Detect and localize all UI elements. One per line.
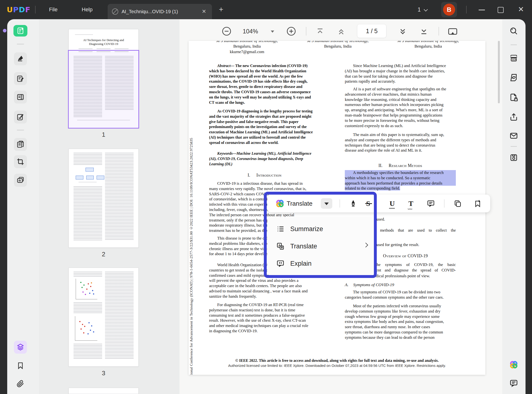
paper-line: muscle throbs. The COVID-19 causes an ad…: [209, 89, 320, 95]
account-button[interactable]: B: [441, 2, 457, 17]
sidebar-item-comment[interactable]: [14, 72, 27, 85]
decor: [75, 34, 93, 36]
scroll-to-top-button[interactable]: [315, 27, 325, 37]
underline-icon: U: [390, 199, 395, 208]
author-affiliation: M S Ramaiah Institute of Technology,: [295, 41, 381, 43]
titlebar-divider: [35, 6, 36, 13]
crop-icon: [17, 158, 24, 166]
decor: [92, 290, 93, 291]
ai-menu-item-explain[interactable]: Explain: [267, 255, 373, 272]
author-column: M S Ramaiah Institute of Technology, Ben…: [295, 41, 381, 49]
squiggly-underline-button[interactable]: T: [406, 195, 416, 212]
scroll-to-bottom-button[interactable]: [419, 27, 429, 37]
rs-item-search[interactable]: [509, 26, 519, 36]
paper-line: disease and explore the role of AI and M…: [345, 148, 456, 153]
maximize-button[interactable]: [494, 0, 507, 19]
sidebar-item-organize[interactable]: [14, 91, 27, 104]
thumbnail-page-number: 1: [68, 131, 139, 138]
author-city: Bengaluru, India: [204, 43, 290, 49]
rs-divider: [511, 44, 517, 45]
paper-block-rh2: II.Research Metods: [345, 163, 456, 168]
add-bookmark-button[interactable]: [472, 195, 483, 212]
sidebar-item-crop[interactable]: [14, 155, 27, 168]
document-tab[interactable]: AI_Techniqu...OVID-19 (1) ✕: [108, 4, 212, 19]
decor: [91, 325, 92, 326]
previous-page-button[interactable]: [336, 27, 346, 37]
paper-block-rl: A.Symptoms of COVID-19: [345, 282, 456, 287]
underline-button[interactable]: U: [387, 195, 397, 212]
sidebar-item-layers[interactable]: [14, 341, 27, 354]
decor: [82, 324, 83, 325]
sidebar-item-pages[interactable]: [14, 138, 27, 151]
window-count-dropdown[interactable]: 1: [418, 0, 427, 19]
paper-block-lg: For diagnosing the COVID-19 an RT-PCR (r…: [209, 302, 320, 334]
decor: [83, 332, 84, 333]
zoom-in-button[interactable]: [286, 26, 296, 36]
rs-item-share[interactable]: [509, 112, 519, 122]
comment-button[interactable]: [426, 195, 436, 212]
sidebar-item-attachment[interactable]: [14, 377, 27, 390]
page-number-input[interactable]: 1 / 5: [357, 24, 386, 38]
decor: [88, 283, 89, 284]
rs-item-mail[interactable]: [509, 131, 519, 141]
paper-line: sanitize the hands frequently.: [209, 294, 320, 299]
presentation-button[interactable]: [447, 26, 458, 37]
reader-icon: [17, 27, 24, 35]
new-tab-button[interactable]: +: [217, 5, 225, 14]
paper-line: many countries very rapidly. The novel c…: [209, 186, 320, 191]
paper-line: that can be used for taking decisions an…: [345, 74, 456, 79]
document-scrollbar[interactable]: [498, 41, 500, 103]
copy-button[interactable]: [452, 195, 463, 212]
rs-item-ocr[interactable]: OCR: [509, 53, 519, 63]
next-page-button[interactable]: [398, 27, 408, 37]
decor: [105, 272, 134, 359]
bookmark-add-icon: [474, 199, 482, 208]
ai-menu-item-translate[interactable]: A Translate: [267, 238, 373, 255]
menu-file[interactable]: File: [45, 0, 62, 19]
scroll-bottom-icon: [419, 27, 429, 37]
zoom-level[interactable]: 104%: [243, 28, 258, 35]
thumbnail-page-4[interactable]: [68, 388, 139, 394]
attachment-icon: [17, 380, 24, 388]
paper-line: polymerase chain reaction) test is done,…: [209, 308, 320, 313]
paper-line: within which it has to be conducted. So …: [345, 175, 456, 181]
updf-logo[interactable]: UPDF: [7, 5, 31, 14]
decor: [93, 331, 94, 332]
avatar: B: [443, 4, 455, 16]
sidebar-item-edit[interactable]: [14, 111, 27, 123]
tab-close-icon[interactable]: ✕: [200, 8, 208, 15]
thumbnail-page-2[interactable]: [68, 149, 139, 248]
ai-menu-item-summarize[interactable]: Summarize: [267, 220, 373, 238]
bookmark-icon: [17, 362, 24, 369]
rs-item-save[interactable]: [509, 153, 519, 162]
zoom-out-button[interactable]: [222, 26, 232, 36]
author-city: Bengaluru, India: [295, 43, 381, 49]
toolbar-divider: [444, 199, 445, 208]
close-button[interactable]: ✕: [514, 0, 528, 19]
thumbnail-page-number: 2: [68, 251, 139, 258]
sidebar-item-slides[interactable]: [14, 174, 27, 187]
paper-line: related to the corresponding field.: [345, 186, 456, 191]
sidebar-item-reader[interactable]: [13, 25, 27, 37]
rs-item-updf-ai[interactable]: [509, 360, 519, 369]
rs-item-feedback[interactable]: [509, 378, 519, 388]
sidebar-item-annotate[interactable]: [14, 52, 27, 65]
paper-line: techniques that are being used to detect…: [345, 143, 456, 148]
minimize-button[interactable]: [475, 0, 489, 19]
paper-line: which has been declared by the World Hea…: [209, 68, 320, 74]
paper-block-lb: As COVID-19 diagnosing is the lengthy pr…: [209, 109, 320, 145]
paper-line: sore throat, fever, gentle to direct res…: [209, 84, 320, 89]
rs-item-protect[interactable]: [509, 92, 519, 102]
rs-item-convert[interactable]: [509, 73, 519, 82]
thumbnail-viewport-indicator[interactable]: [68, 50, 139, 129]
thumbnail-page-1[interactable]: AI Techniques for Detecting and Diagnosi…: [68, 29, 139, 128]
thumbnail-page-3[interactable]: [68, 268, 139, 367]
sidebar-item-bookmark[interactable]: [14, 359, 27, 372]
rs-divider: [511, 146, 517, 147]
paper-line: in diagnosing the COVID-19.: [209, 328, 320, 334]
menu-help[interactable]: Help: [77, 0, 97, 19]
zoom-preset-dropdown[interactable]: [270, 30, 275, 33]
paper-line: (AI) techniques that are utilized to for…: [209, 135, 320, 140]
thumbnail-scatter-plot: [75, 316, 97, 341]
paper-footer: © IEEE 2022. This article is free to acc…: [189, 358, 485, 368]
